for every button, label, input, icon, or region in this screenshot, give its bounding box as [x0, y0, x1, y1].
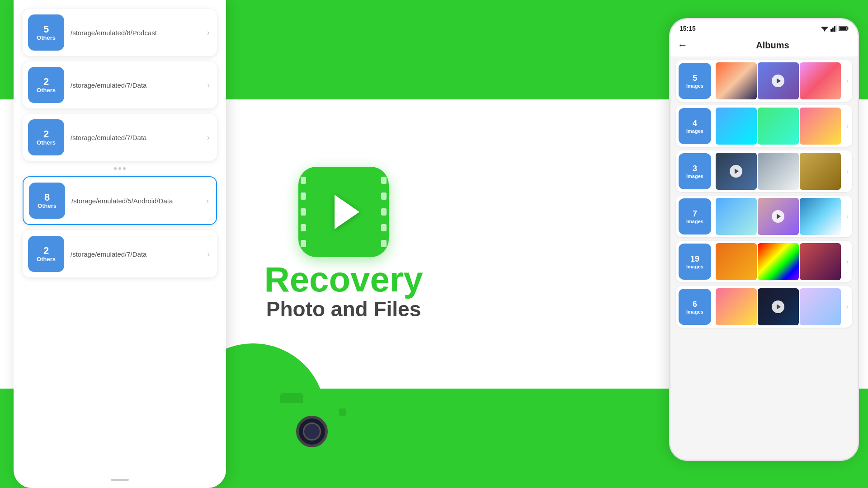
file-item-3[interactable]: 2 Others /storage/emulated/7/Data ›: [23, 114, 217, 161]
camera-icon: [271, 402, 353, 461]
file-path-5: /storage/emulated/7/Data: [71, 250, 201, 258]
album-count-2: 4: [693, 119, 697, 128]
thumb-5-3: [800, 243, 841, 280]
file-item-2[interactable]: 2 Others /storage/emulated/7/Data ›: [23, 61, 217, 108]
album-chevron-4: ›: [843, 212, 852, 221]
album-row-2[interactable]: 4 Images ›: [676, 105, 852, 147]
app-header: ← Albums: [670, 36, 858, 56]
file-badge-3: 2 Others: [28, 119, 64, 155]
file-item-5[interactable]: 2 Others /storage/emulated/7/Data ›: [23, 230, 217, 277]
logo-strip-right: [379, 167, 389, 257]
album-thumbs-6: [714, 286, 843, 327]
file-label-2: Others: [37, 87, 56, 94]
file-label-5: Others: [37, 256, 56, 263]
file-badge-2: 2 Others: [28, 67, 64, 103]
battery-icon: [839, 26, 849, 31]
svg-rect-3: [830, 29, 832, 32]
status-icons: [821, 25, 849, 32]
play-overlay-1-2: [772, 75, 784, 87]
album-badge-2: 4 Images: [679, 108, 711, 144]
album-row-4[interactable]: 7 Images ›: [676, 196, 852, 237]
file-count-5: 2: [43, 246, 49, 256]
file-label-4: Others: [38, 202, 57, 209]
album-chevron-2: ›: [843, 122, 852, 130]
album-thumbs-5: [714, 241, 843, 282]
svg-rect-4: [832, 28, 834, 32]
thumb-5-2: [758, 243, 799, 280]
camera-top: [280, 393, 303, 403]
file-count-1: 5: [43, 24, 49, 34]
album-row-5[interactable]: 19 Images ›: [676, 241, 852, 282]
chevron-icon-4: ›: [206, 196, 209, 206]
album-label-3: Images: [686, 174, 703, 179]
file-label-1: Others: [37, 34, 56, 41]
file-badge-5: 2 Others: [28, 236, 64, 272]
thumb-3-1: [716, 153, 757, 190]
file-item-4[interactable]: 8 Others /storage/emulated/5/Android/Dat…: [23, 176, 217, 225]
svg-point-2: [824, 30, 826, 32]
thumb-5-1: [716, 243, 757, 280]
chevron-icon-3: ›: [207, 133, 210, 142]
file-label-3: Others: [37, 139, 56, 146]
logo-play-icon: [335, 195, 359, 229]
play-overlay-6-2: [772, 300, 784, 313]
album-label-2: Images: [686, 128, 703, 134]
file-badge-1: 5 Others: [28, 14, 64, 51]
album-row-3[interactable]: 3 Images ›: [676, 150, 852, 192]
album-thumbs-2: [714, 106, 843, 146]
chevron-icon-5: ›: [207, 249, 210, 259]
album-label-1: Images: [686, 83, 703, 89]
play-overlay-3-1: [730, 165, 742, 178]
album-chevron-1: ›: [843, 77, 852, 85]
album-badge-4: 7 Images: [679, 198, 711, 235]
app-logo: [298, 167, 389, 257]
collapse-indicator: [23, 166, 217, 171]
file-badge-4: 8 Others: [29, 183, 65, 219]
play-overlay-4-2: [772, 210, 784, 223]
album-badge-6: 6 Images: [679, 289, 711, 325]
thumb-6-2: [758, 288, 799, 325]
header-title: Albums: [695, 40, 850, 51]
album-row-1[interactable]: 5 Images ›: [676, 60, 852, 102]
status-time: 15:15: [679, 25, 696, 32]
album-count-3: 3: [693, 164, 697, 174]
album-label-6: Images: [686, 309, 703, 314]
svg-rect-6: [836, 25, 837, 32]
file-path-1: /storage/emulated/8/Podcast: [71, 29, 201, 37]
album-chevron-5: ›: [843, 258, 852, 266]
album-thumbs-4: [714, 196, 843, 237]
file-item-1[interactable]: 5 Others /storage/emulated/8/Podcast ›: [23, 9, 217, 56]
album-label-5: Images: [686, 264, 703, 269]
status-bar: 15:15: [670, 19, 858, 36]
album-badge-1: 5 Images: [679, 63, 711, 99]
back-button[interactable]: ←: [678, 39, 688, 51]
app-title-sub: Photo and Files: [266, 297, 421, 321]
camera-lens-inner: [303, 422, 321, 441]
scroll-indicator: [111, 479, 129, 481]
svg-rect-9: [840, 27, 847, 30]
album-count-5: 19: [690, 254, 699, 264]
camera-lens: [296, 416, 328, 447]
file-path-3: /storage/emulated/7/Data: [71, 134, 201, 141]
album-row-6[interactable]: 6 Images ›: [676, 286, 852, 328]
album-count-6: 6: [693, 300, 697, 309]
thumb-6-3: [800, 288, 841, 325]
file-path-4: /storage/emulated/5/Android/Data: [71, 197, 200, 205]
album-label-4: Images: [686, 219, 703, 224]
album-count-1: 5: [693, 74, 697, 83]
file-count-4: 8: [44, 192, 50, 202]
albums-scroll[interactable]: 5 Images › 4 Images ›: [670, 56, 858, 460]
left-phone-mockup: 5 Others /storage/emulated/8/Podcast › 2…: [14, 0, 226, 488]
file-path-2: /storage/emulated/7/Data: [71, 81, 201, 89]
camera-flash: [339, 408, 346, 416]
chevron-icon-2: ›: [207, 80, 210, 90]
logo-strip-left: [298, 167, 308, 257]
thumb-4-2: [758, 198, 799, 235]
thumb-6-1: [716, 288, 757, 325]
thumb-2-1: [716, 108, 757, 145]
album-badge-5: 19 Images: [679, 244, 711, 280]
app-title-recovery: Recovery: [264, 262, 423, 297]
thumb-2-3: [800, 108, 841, 145]
album-thumbs-3: [714, 151, 843, 192]
album-count-4: 7: [693, 209, 697, 219]
